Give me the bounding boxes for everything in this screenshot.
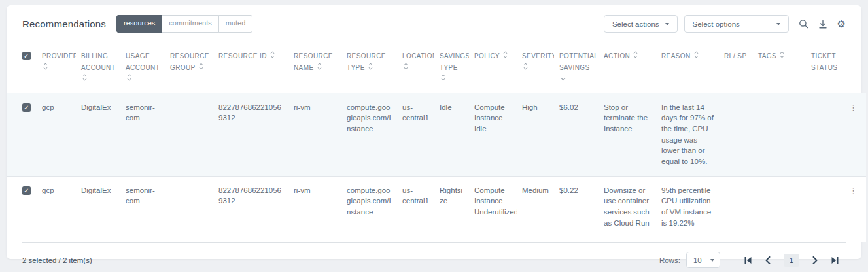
caret-down-icon — [710, 259, 714, 262]
row-menu-kebab-icon[interactable]: ⋮ — [849, 103, 858, 112]
cell-resource-group — [165, 93, 213, 176]
tab-group: resources commitments muted — [116, 15, 252, 32]
cell-resource-id: 8227876862210569312 — [213, 176, 288, 242]
column-header-provider[interactable]: PROVIDER — [37, 40, 76, 93]
search-icon — [799, 19, 808, 29]
column-header-policy[interactable]: POLICY — [469, 40, 517, 93]
tab-commitments[interactable]: commitments — [162, 15, 218, 32]
recommendations-table: ✓ PROVIDER BILLING ACCOUNT USAGE ACCOUNT… — [7, 40, 861, 242]
tab-muted[interactable]: muted — [218, 15, 253, 32]
rows-per-page-label: Rows: — [659, 256, 680, 264]
cell-resource-group — [165, 176, 213, 242]
cell-severity: High — [517, 93, 554, 176]
sort-icon — [441, 74, 445, 81]
pager: 1 — [737, 254, 846, 267]
column-header-savings-type[interactable]: SAVINGS TYPE — [434, 40, 469, 93]
row-menu-kebab-icon[interactable]: ⋮ — [849, 186, 858, 196]
column-header-potential-savings[interactable]: POTENTIAL SAVINGS — [554, 40, 599, 93]
cell-resource-id: 8227876862210569312 — [213, 93, 288, 176]
cell-provider: gcp — [37, 176, 76, 242]
first-page-icon — [744, 256, 752, 264]
cell-policy: Compute Instance Underutilized — [469, 176, 517, 242]
cell-ticket-status — [806, 93, 848, 176]
cell-location: us-central1 — [397, 93, 434, 176]
column-header-severity[interactable]: SEVERITY — [517, 40, 554, 93]
first-page-button[interactable] — [744, 256, 752, 264]
column-header-reason[interactable]: REASON — [656, 40, 719, 93]
cell-resource-type: compute.googleapis.com/Instance — [341, 176, 397, 242]
column-header-ri-sp[interactable]: RI / SP — [719, 40, 753, 93]
next-page-button[interactable] — [812, 256, 818, 264]
column-header-resource-group[interactable]: RESOURCE GROUP — [165, 40, 213, 93]
cell-ri-sp — [719, 176, 753, 242]
selection-summary: 2 selected / 2 item(s) — [22, 256, 92, 264]
download-button[interactable] — [818, 20, 827, 29]
last-page-button[interactable] — [831, 256, 839, 264]
column-header-resource-type[interactable]: RESOURCE TYPE — [341, 40, 397, 93]
cell-tags — [753, 93, 806, 176]
cell-billing-account: DigitalEx — [76, 176, 120, 242]
cell-action: Stop or terminate the Instance — [599, 93, 656, 176]
cell-resource-name: ri-vm — [288, 93, 341, 176]
sort-icon — [404, 63, 408, 70]
rows-per-page-select[interactable]: 10 — [686, 252, 720, 268]
cell-potential-savings: $0.22 — [554, 176, 599, 242]
cell-action: Downsize or use container services such … — [599, 176, 656, 242]
current-page-indicator[interactable]: 1 — [784, 254, 799, 267]
cell-reason: 95th percentile CPU utilization of VM in… — [656, 176, 719, 242]
cell-reason: In the last 14 days for 97% of the time,… — [656, 93, 719, 176]
sort-icon — [82, 74, 87, 81]
select-options-value: Select options — [693, 20, 740, 28]
chevron-right-icon — [812, 256, 818, 264]
search-button[interactable] — [799, 19, 808, 29]
gear-icon: ⚙ — [837, 19, 846, 29]
row-checkbox[interactable]: ✓ — [22, 103, 31, 112]
sort-icon — [503, 51, 508, 58]
cell-ri-sp — [719, 93, 753, 176]
sort-icon — [43, 63, 48, 70]
table-footer: 2 selected / 2 item(s) Rows: 10 1 — [22, 242, 846, 272]
sort-icon — [127, 74, 131, 81]
chevron-left-icon — [765, 256, 771, 264]
cell-resource-name: ri-vm — [288, 176, 341, 242]
column-header-location[interactable]: LOCATION — [397, 40, 434, 93]
tab-resources[interactable]: resources — [116, 15, 162, 32]
recommendations-panel: Recommendations resources commitments mu… — [7, 5, 861, 259]
select-actions-label: Select actions — [612, 20, 659, 28]
cell-location: us-central1 — [397, 176, 434, 242]
toolbar: Recommendations resources commitments mu… — [7, 5, 861, 40]
page-title: Recommendations — [22, 18, 106, 29]
caret-down-icon — [776, 23, 780, 26]
select-options-dropdown[interactable]: Select options — [684, 15, 789, 33]
select-actions-button[interactable]: Select actions — [604, 15, 678, 33]
cell-billing-account: DigitalEx — [76, 93, 120, 176]
download-icon — [818, 20, 827, 29]
sort-icon — [694, 51, 699, 58]
previous-page-button[interactable] — [765, 256, 771, 264]
column-header-usage-account[interactable]: USAGE ACCOUNT — [120, 40, 165, 93]
cell-provider: gcp — [37, 93, 76, 176]
sort-icon — [317, 63, 322, 70]
column-header-ticket-status[interactable]: TICKET STATUS — [806, 40, 848, 93]
cell-severity: Medium — [517, 176, 554, 242]
cell-usage-account: semonir-com — [120, 93, 165, 176]
caret-down-icon — [665, 23, 669, 26]
sort-descending-icon — [561, 77, 566, 81]
column-header-resource-id[interactable]: RESOURCE ID — [213, 40, 288, 93]
cell-usage-account: semonir-com — [120, 176, 165, 242]
cell-resource-type: compute.googleapis.com/Instance — [341, 93, 397, 176]
column-header-action[interactable]: ACTION — [599, 40, 656, 93]
rows-per-page-value: 10 — [693, 256, 702, 264]
sort-icon — [633, 51, 638, 58]
settings-button[interactable]: ⚙ — [837, 19, 846, 29]
column-header-billing-account[interactable]: BILLING ACCOUNT — [76, 40, 120, 93]
select-all-checkbox[interactable]: ✓ — [22, 52, 31, 60]
column-header-tags[interactable]: TAGS — [753, 40, 806, 93]
table-header-row: ✓ PROVIDER BILLING ACCOUNT USAGE ACCOUNT… — [7, 40, 866, 93]
row-checkbox[interactable]: ✓ — [22, 186, 31, 195]
column-header-resource-name[interactable]: RESOURCE NAME — [288, 40, 341, 93]
pagination-controls: Rows: 10 1 — [659, 252, 846, 268]
table-row: ✓ gcp DigitalEx semonir-com 822787686221… — [7, 93, 866, 176]
sort-icon — [523, 63, 528, 70]
last-page-icon — [831, 256, 839, 264]
